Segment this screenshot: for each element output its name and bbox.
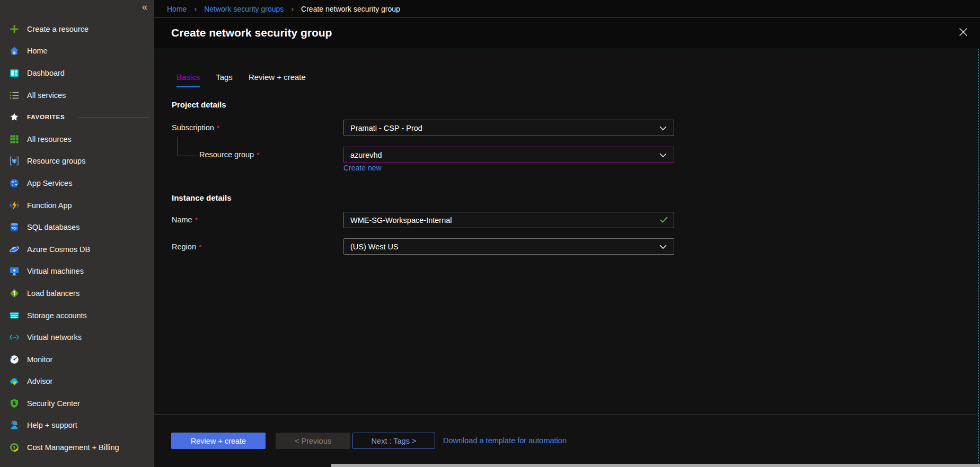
cost-icon: $ xyxy=(8,442,20,453)
planet-icon xyxy=(8,244,20,255)
breadcrumb-item-create-network-security-group: Create network security group xyxy=(301,5,400,13)
gauge-icon xyxy=(8,354,20,365)
sidebar-item-app-services[interactable]: App Services xyxy=(0,172,154,194)
close-button[interactable] xyxy=(956,25,970,40)
sidebar: « Create a resource Home Dashboard All s… xyxy=(0,0,154,467)
content-panel: Basics Tags Review + create Project deta… xyxy=(154,49,979,467)
collapse-sidebar-button[interactable]: « xyxy=(142,2,147,12)
resource-group-label: Resource group* xyxy=(199,150,259,159)
subscription-label: Subscription* xyxy=(172,123,219,132)
home-icon xyxy=(8,45,20,57)
download-template-link[interactable]: Download a template for automation xyxy=(443,436,567,445)
indent-connector-vertical xyxy=(178,137,178,156)
breadcrumb-item-home[interactable]: Home xyxy=(167,5,187,13)
advisor-icon xyxy=(8,375,20,387)
previous-button[interactable]: < Previous xyxy=(276,433,350,449)
chevron-down-icon xyxy=(659,243,667,251)
required-asterisk: * xyxy=(199,243,201,251)
sidebar-item-azure-cosmos-db[interactable]: Azure Cosmos DB xyxy=(0,238,154,261)
resource-group-select[interactable]: azurevhd xyxy=(343,147,674,163)
sidebar-menu: Create a resource Home Dashboard All ser… xyxy=(0,18,154,459)
sidebar-item-advisor[interactable]: Advisor xyxy=(0,371,154,393)
create-new-link[interactable]: Create new xyxy=(343,164,382,172)
region-label: Region* xyxy=(172,243,201,251)
svg-text:SQL: SQL xyxy=(11,227,17,230)
chevron-down-icon xyxy=(659,151,667,159)
sidebar-item-function-app[interactable]: Function App xyxy=(0,194,154,217)
instance-details-heading: Instance details xyxy=(172,193,232,202)
close-icon xyxy=(959,28,968,39)
valid-check-icon xyxy=(660,216,668,224)
review-create-button[interactable]: Review + create xyxy=(171,433,266,449)
sidebar-item-all-resources[interactable]: All resources xyxy=(0,128,154,150)
breadcrumb-item-network-security-groups[interactable]: Network security groups xyxy=(204,5,284,13)
subscription-select[interactable]: Pramati - CSP - Prod xyxy=(343,120,674,136)
resource-group-value: azurevhd xyxy=(350,151,382,159)
vm-icon xyxy=(8,265,20,277)
storage-icon xyxy=(8,310,20,321)
name-input[interactable]: WME-SG-Workspace-Internal xyxy=(343,212,674,228)
lb-icon xyxy=(8,288,20,299)
page-title: Create network security group xyxy=(171,26,332,39)
sidebar-item-sql-databases[interactable]: SQL SQL databases xyxy=(0,216,154,238)
svg-text:$: $ xyxy=(13,445,15,449)
sidebar-item-dashboard[interactable]: Dashboard xyxy=(0,62,154,84)
plus-icon xyxy=(8,23,20,35)
main-area: Home › Network security groups › Create … xyxy=(154,0,980,467)
sql-icon: SQL xyxy=(8,221,20,233)
indent-connector-horizontal xyxy=(178,156,196,156)
next-tags-button[interactable]: Next : Tags > xyxy=(352,433,435,449)
project-details-heading: Project details xyxy=(172,100,226,109)
tab-tags[interactable]: Tags xyxy=(216,73,233,87)
tab-basics[interactable]: Basics xyxy=(176,73,200,87)
dashboard-icon xyxy=(8,67,20,79)
region-value: (US) West US xyxy=(350,243,399,251)
subscription-value: Pramati - CSP - Prod xyxy=(350,124,422,132)
tab-bar: Basics Tags Review + create xyxy=(176,73,306,87)
chevron-down-icon xyxy=(659,124,667,132)
sidebar-item-home[interactable]: Home xyxy=(0,40,154,62)
required-asterisk: * xyxy=(195,216,198,224)
required-asterisk: * xyxy=(257,151,259,159)
sidebar-item-all-services[interactable]: All services xyxy=(0,84,154,106)
breadcrumb-item-sep-2: › xyxy=(291,4,294,13)
grid-icon xyxy=(8,133,20,145)
sidebar-item-help-support[interactable]: Help + support xyxy=(0,415,154,437)
horizontal-scrollbar[interactable] xyxy=(331,464,980,467)
breadcrumb-bar: Home › Network security groups › Create … xyxy=(154,0,980,17)
name-value: WME-SG-Workspace-Internal xyxy=(350,216,452,224)
sidebar-item-storage-accounts[interactable]: Storage accounts xyxy=(0,304,154,327)
person-icon xyxy=(8,419,20,431)
cube-icon xyxy=(8,155,20,167)
page-header: Create network security group xyxy=(154,17,980,48)
tab-review-create[interactable]: Review + create xyxy=(249,73,306,87)
double-chevron-left-icon: « xyxy=(142,2,147,12)
footer-divider xyxy=(154,415,978,415)
name-label: Name* xyxy=(172,215,198,224)
globe-icon xyxy=(8,177,20,189)
region-select[interactable]: (US) West US xyxy=(343,238,674,255)
sidebar-item-favorites: FAVORITES xyxy=(0,106,154,128)
shield-icon xyxy=(8,398,20,409)
network-icon xyxy=(8,331,20,343)
star-icon xyxy=(8,111,20,123)
sidebar-item-resource-groups[interactable]: Resource groups xyxy=(0,150,154,173)
sidebar-item-create-a-resource[interactable]: Create a resource xyxy=(0,18,154,40)
sidebar-item-monitor[interactable]: Monitor xyxy=(0,348,154,371)
breadcrumb: Home › Network security groups › Create … xyxy=(167,4,400,13)
sidebar-item-cost-management-billing[interactable]: $ Cost Management + Billing xyxy=(0,436,154,459)
sidebar-item-security-center[interactable]: Security Center xyxy=(0,392,154,415)
sidebar-item-virtual-networks[interactable]: Virtual networks xyxy=(0,326,154,348)
sidebar-item-load-balancers[interactable]: Load balancers xyxy=(0,282,154,304)
breadcrumb-item-sep-1: › xyxy=(194,4,197,13)
required-asterisk: * xyxy=(217,124,219,132)
list-icon xyxy=(8,89,20,101)
sidebar-item-virtual-machines[interactable]: Virtual machines xyxy=(0,261,154,283)
lightning-icon xyxy=(8,200,20,211)
